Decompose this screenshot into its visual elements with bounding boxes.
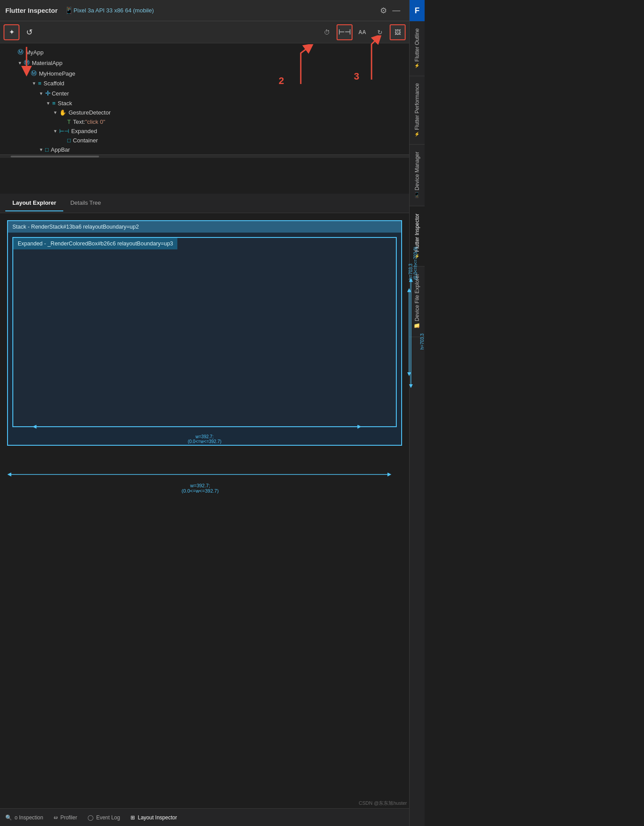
materialapp-icon: Ⓜ <box>24 59 30 67</box>
tree-item-stack[interactable]: ▼ ≡ Stack <box>0 99 409 108</box>
layout-icon: ⊢⊣ <box>338 28 351 36</box>
chevron-scaffold: ▼ <box>32 81 36 86</box>
timer-button[interactable]: ⏱ <box>319 24 335 40</box>
tab-details-tree[interactable]: Details Tree <box>63 195 108 211</box>
tree-item-center[interactable]: ▼ ✛ Center <box>0 88 409 99</box>
chevron-gesture: ▼ <box>53 110 58 115</box>
outer-height-annotation: h=703.3(0.0<=h<=703.3) <box>406 221 425 445</box>
minimize-icon[interactable]: — <box>392 6 400 15</box>
expanded-container: Expanded - _RenderColoredBox#b26c6 relay… <box>12 237 397 427</box>
stack-icon: ≡ <box>52 100 56 107</box>
outer-height-label: h=703.3(0.0<=h<=703.3) <box>420 317 425 350</box>
header-bar: Flutter Inspector 📱 Pixel 3a API 33 x86 … <box>0 0 409 21</box>
refresh-icon: ↺ <box>26 27 33 37</box>
container-icon: □ <box>67 137 71 144</box>
bottom-layout-inspector[interactable]: ⊞ Layout Inspector <box>130 815 177 821</box>
text-size-button[interactable]: AA <box>354 24 370 40</box>
outer-width-label: w=392.7;(0.0<=w<=392.7) <box>182 483 219 493</box>
gesture-icon: ✋ <box>59 109 66 116</box>
rotate-button[interactable]: ↻ <box>372 24 388 40</box>
device-icon: 📱 <box>65 6 73 15</box>
toolbar-row: ✦ ↺ ⏱ ⊢⊣ AA ↻ 🖼 <box>0 21 409 43</box>
refresh-button[interactable]: ↺ <box>21 24 37 40</box>
inner-width-annotation: w=392.7;(0.0<=w<=392.7) <box>13 420 396 444</box>
main-area: Flutter Inspector 📱 Pixel 3a API 33 x86 … <box>0 0 409 501</box>
layout-inspector-icon: ⊞ <box>130 815 135 821</box>
inner-width-label: w=392.7;(0.0<=w<=392.7) <box>188 434 221 444</box>
rotate-icon: ↻ <box>377 29 383 36</box>
tab-bar: Layout Explorer Details Tree <box>0 194 409 213</box>
device-manager-icon: 📱 <box>414 192 420 199</box>
tree-item-appbar[interactable]: ▼ □ AppBar <box>0 145 409 154</box>
flutter-perf-icon: ⚡ <box>415 132 420 137</box>
text-widget-icon: T <box>67 119 71 125</box>
chevron-appbar: ▼ <box>39 147 43 152</box>
outer-width-annotation: w=392.7;(0.0<=w<=392.7) <box>7 468 393 493</box>
tree-item-scaffold[interactable]: ▼ ≡ Scaffold <box>0 79 409 88</box>
bottom-inspection[interactable]: 🔍 o Inspection <box>5 815 43 821</box>
sidebar-item-flutter-outline[interactable]: ⚡ Flutter Outline <box>410 21 425 76</box>
device-label: Pixel 3a API 33 x86 64 (mobile) <box>73 7 153 14</box>
bottom-profiler[interactable]: ω Profiler <box>54 814 77 821</box>
sidebar-item-device-manager[interactable]: 📱 Device Manager <box>410 145 425 206</box>
stack-header: Stack - RenderStack#13ba6 relayoutBounda… <box>8 221 401 233</box>
chevron-center: ▼ <box>39 91 43 96</box>
tree-item-text[interactable]: T Text: "click 0" <box>0 117 409 126</box>
chevron-stack: ▼ <box>46 101 50 106</box>
myapp-icon: Ⓜ <box>18 48 23 56</box>
tree-item-materialapp[interactable]: ▼ Ⓜ MaterialApp <box>0 57 409 68</box>
bottom-bar: 🔍 o Inspection ω Profiler ◯ Event Log ⊞ … <box>0 808 409 826</box>
expanded-header: Expanded - _RenderColoredBox#b26c6 relay… <box>13 238 177 249</box>
tree-item-gesturedetector[interactable]: ▼ ✋ GestureDetector <box>0 108 409 117</box>
chevron-materialapp: ▼ <box>18 61 22 65</box>
sidebar-item-flutter-performance[interactable]: ⚡ Flutter Performance <box>410 76 425 145</box>
toolbar-right-group: ⏱ ⊢⊣ AA ↻ 🖼 <box>319 24 406 40</box>
myhomepage-icon: Ⓜ <box>31 69 37 77</box>
layout-explorer-content: Stack - RenderStack#13ba6 relayoutBounda… <box>0 213 409 501</box>
bottom-event-log[interactable]: ◯ Event Log <box>88 815 120 821</box>
event-log-icon: ◯ <box>88 815 93 821</box>
widget-tree: Ⓜ MyApp ▼ Ⓜ MaterialApp ▼ Ⓜ MyHomePage <box>0 43 409 194</box>
layout-button[interactable]: ⊢⊣ <box>337 24 353 40</box>
tab-layout-explorer[interactable]: Layout Explorer <box>5 195 63 211</box>
tree-item-container[interactable]: □ Container <box>0 136 409 145</box>
tree-item-myhomepage[interactable]: ▼ Ⓜ MyHomePage <box>0 68 409 79</box>
scaffold-icon: ≡ <box>38 80 42 87</box>
chevron-expanded: ▼ <box>53 129 58 134</box>
select-widget-icon: ✦ <box>9 28 15 36</box>
screenshot-icon: 🖼 <box>395 29 401 36</box>
settings-icon[interactable]: ⚙ <box>380 6 387 15</box>
scrollbar-thumb[interactable] <box>11 156 99 157</box>
watermark: CSDN @东东旭huster <box>359 800 407 807</box>
expanded-icon: ⊢⊣ <box>59 128 69 134</box>
flutter-outline-icon: ⚡ <box>415 63 420 69</box>
select-widget-button[interactable]: ✦ <box>4 24 19 40</box>
tree-scrollbar[interactable] <box>0 154 409 158</box>
profiler-icon: ω <box>54 814 58 821</box>
app-title: Flutter Inspector <box>5 7 58 14</box>
chevron-myhomepage: ▼ <box>25 71 29 76</box>
inspection-icon: 🔍 <box>5 815 12 821</box>
screenshot-button[interactable]: 🖼 <box>390 24 406 40</box>
text-size-icon: AA <box>358 29 366 35</box>
appbar-icon: □ <box>45 146 49 153</box>
tree-item-myapp[interactable]: Ⓜ MyApp <box>0 47 409 57</box>
tree-item-expanded[interactable]: ▼ ⊢⊣ Expanded <box>0 126 409 136</box>
timer-icon: ⏱ <box>324 29 330 36</box>
